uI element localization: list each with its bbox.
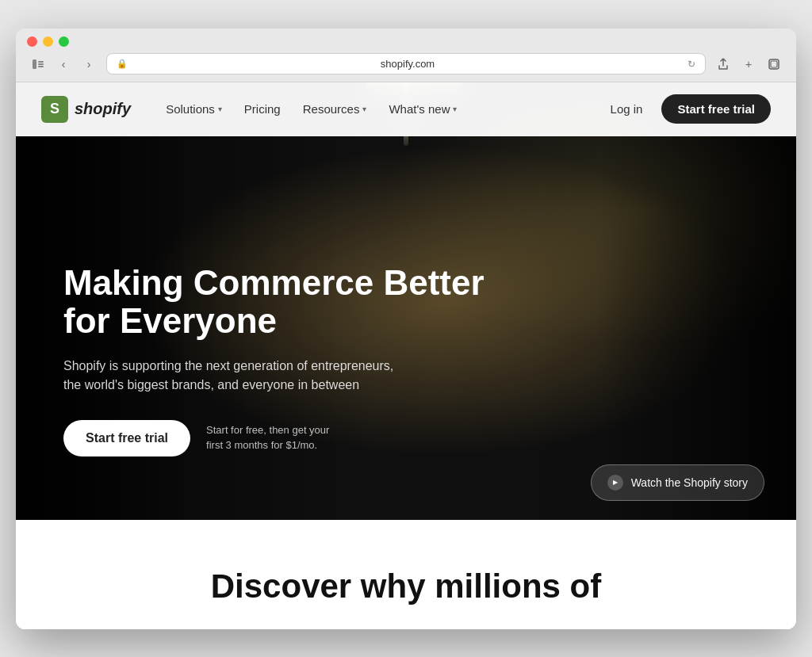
tabs-overview-button[interactable]: [763, 53, 785, 75]
pricing-label: Pricing: [244, 102, 281, 116]
url-display: shopify.com: [132, 58, 683, 70]
logo-icon: S: [41, 96, 68, 123]
watch-story-button[interactable]: ▶ Watch the Shopify story: [591, 464, 764, 501]
logo-letter: S: [50, 101, 59, 117]
hero-cta-note: Start for free, then get yourfirst 3 mon…: [206, 423, 329, 452]
close-button[interactable]: [27, 36, 37, 47]
browser-action-buttons: +: [712, 53, 785, 75]
solutions-chevron-icon: ▾: [218, 105, 222, 113]
logo-text: shopify: [75, 100, 131, 118]
svg-rect-2: [38, 63, 44, 65]
browser-chrome: ‹ › 🔒 shopify.com ↻ +: [16, 29, 796, 82]
hero-section: S shopify Solutions ▾ Pricing Re: [16, 82, 796, 520]
below-fold-section: Discover why millions of: [16, 520, 796, 629]
new-tab-button[interactable]: +: [737, 53, 760, 75]
svg-rect-3: [38, 66, 44, 67]
nav-pricing[interactable]: Pricing: [235, 96, 290, 122]
video-btn-label: Watch the Shopify story: [631, 476, 748, 489]
nav-links: Solutions ▾ Pricing Resources ▾ What's n…: [156, 96, 600, 122]
browser-window: ‹ › 🔒 shopify.com ↻ +: [16, 29, 796, 629]
refresh-icon: ↻: [688, 59, 695, 70]
svg-rect-5: [771, 61, 777, 67]
address-bar[interactable]: 🔒 shopify.com ↻: [106, 53, 706, 74]
hero-cta-button[interactable]: Start free trial: [63, 420, 190, 456]
hero-title: Making Commerce Better for Everyone: [63, 264, 523, 341]
sidebar-toggle-button[interactable]: [27, 53, 49, 75]
nav-solutions[interactable]: Solutions ▾: [156, 96, 232, 122]
share-button[interactable]: [712, 53, 734, 75]
nav-resources[interactable]: Resources ▾: [293, 96, 377, 122]
site-navigation: S shopify Solutions ▾ Pricing Re: [16, 82, 796, 136]
security-icon: 🔒: [117, 59, 128, 69]
forward-button[interactable]: ›: [78, 53, 100, 75]
nav-inner: S shopify Solutions ▾ Pricing Re: [41, 82, 771, 136]
hero-actions: Start free trial Start for free, then ge…: [63, 420, 523, 456]
whats-new-chevron-icon: ▾: [453, 105, 457, 113]
browser-nav-buttons: ‹ ›: [27, 53, 100, 75]
svg-rect-1: [38, 61, 44, 63]
back-button[interactable]: ‹: [52, 53, 75, 75]
maximize-button[interactable]: [59, 36, 69, 47]
nav-right-actions: Log in Start free trial: [601, 94, 771, 124]
logo-link[interactable]: S shopify: [41, 96, 131, 123]
login-link[interactable]: Log in: [601, 96, 653, 122]
whats-new-label: What's new: [389, 102, 450, 116]
below-fold-title: Discover why millions of: [48, 567, 764, 605]
play-icon: ▶: [607, 475, 623, 491]
resources-chevron-icon: ▾: [362, 105, 366, 113]
svg-rect-0: [33, 59, 36, 69]
browser-toolbar: ‹ › 🔒 shopify.com ↻ +: [27, 53, 785, 75]
resources-label: Resources: [303, 102, 360, 116]
solutions-label: Solutions: [166, 102, 215, 116]
nav-whats-new[interactable]: What's new ▾: [379, 96, 466, 122]
minimize-button[interactable]: [43, 36, 53, 47]
nav-cta-button[interactable]: Start free trial: [661, 94, 771, 124]
right-equipment-overlay: [598, 82, 796, 520]
hero-content: Making Commerce Better for Everyone Shop…: [63, 264, 523, 456]
hero-subtitle: Shopify is supporting the next generatio…: [63, 357, 412, 395]
website-content: S shopify Solutions ▾ Pricing Re: [16, 82, 796, 629]
traffic-lights: [27, 36, 785, 47]
